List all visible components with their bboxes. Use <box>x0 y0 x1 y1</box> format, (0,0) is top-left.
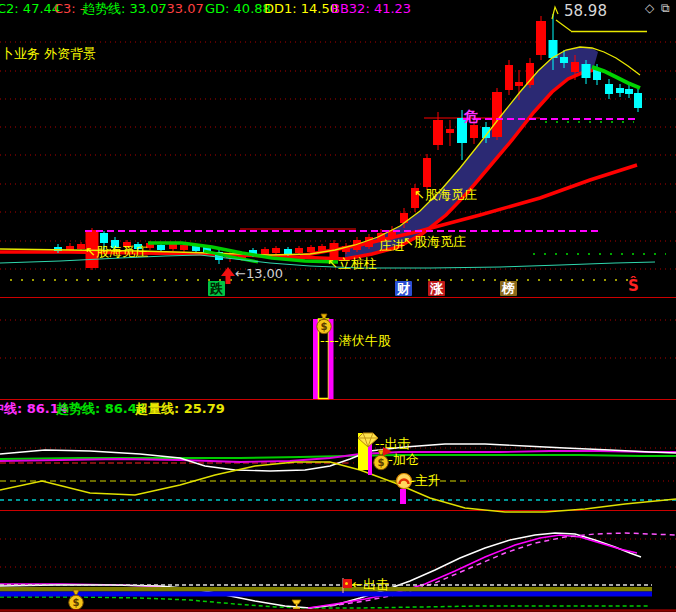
candle <box>505 60 513 95</box>
candle <box>625 85 633 98</box>
svg-text:$: $ <box>378 457 385 468</box>
header-indicator: : 33.07 <box>158 2 204 16</box>
annotation-price-13: ←13.00 <box>235 267 283 280</box>
blue-band <box>0 592 652 597</box>
high-marker-tick <box>552 7 558 19</box>
header-indicator: BB32: 41.23 <box>331 2 411 16</box>
annotation-wei: 危 <box>464 109 478 123</box>
annotation-lizhuangzhu: ↖立桩柱 <box>327 257 377 270</box>
badge-zhang: 涨 <box>428 281 445 296</box>
badge-money: Ŝ <box>628 279 639 294</box>
annotation-zhuang-left: ↖股海觅庄 <box>85 245 148 258</box>
annotation-chuji-p4: ←出击 <box>352 578 389 591</box>
window-icon[interactable]: ⧉ <box>661 1 670 15</box>
sector-label: 卜业务 外资背景 <box>1 47 96 60</box>
moneybag-icon-p2[interactable]: $ <box>317 314 331 334</box>
annotation-jiacang: -加仓 <box>388 453 419 466</box>
badge-die: 跌 <box>208 281 225 296</box>
high-marker-diag <box>556 20 571 31</box>
stock-chart-window: $$$ C2: 47.44C3: -趋势线: 33.07: 33.07GD: 4… <box>0 0 676 612</box>
annotation-zhuang-mid: ↖股海觅庄 <box>414 188 477 201</box>
p3-yellow-line <box>0 462 676 512</box>
badge-cai: 财 <box>395 281 412 296</box>
candle <box>605 79 613 99</box>
p4-white-line <box>0 533 641 608</box>
header-indicator: 趋势线: 33.07 <box>82 2 167 16</box>
header-indicator: DD1: 14.50 <box>264 2 338 16</box>
header-indicator: GD: 40.88 <box>205 2 271 16</box>
svg-text:$: $ <box>73 597 80 608</box>
header-indicator: C2: 47.44 <box>0 2 60 16</box>
candle <box>492 88 502 140</box>
panel3-label-qushixian: 趋势线: 86.46 <box>56 402 146 415</box>
panel3-label-chaoliang: 超量线: 25.79 <box>135 402 225 415</box>
p4-mag-solid <box>308 535 637 608</box>
annotation-zhuang-right: ↖股海觅庄 <box>403 235 466 248</box>
annotation-qianfu: ----潜伏牛股 <box>320 334 391 347</box>
chart-canvas[interactable]: $$$ <box>0 0 676 612</box>
olive-band <box>0 587 652 592</box>
niu-bar-left <box>313 319 318 399</box>
annotation-zhuangjin: 庄进 <box>379 239 405 252</box>
candle <box>536 16 546 60</box>
p3-magenta-line <box>0 451 676 462</box>
zhusheng-bar <box>400 489 406 504</box>
high-price-label: 58.98 <box>564 4 607 19</box>
diamond-icon[interactable]: ◇ <box>645 1 654 15</box>
header-indicator: C3: - <box>54 2 85 16</box>
svg-text:$: $ <box>321 321 328 332</box>
annotation-zhusheng: -主升 <box>410 474 441 487</box>
candle <box>272 246 280 255</box>
badge-bang: 榜 <box>500 281 517 296</box>
candle <box>634 89 642 112</box>
candle <box>423 154 431 190</box>
candle <box>446 120 454 146</box>
annotation-chuji-p3: --出击 <box>375 437 410 450</box>
candle <box>616 84 624 97</box>
